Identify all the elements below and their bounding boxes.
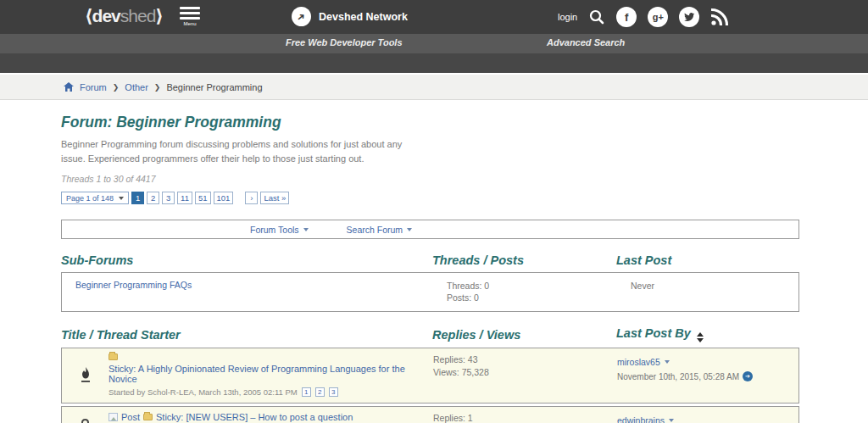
thread-range-label: Threads 1 to 30 of 4417 xyxy=(61,174,799,184)
subforum-posts-count: Posts: 0 xyxy=(447,292,631,303)
logo-open: ⟨dev xyxy=(85,6,120,25)
forum-tools-menu[interactable]: Forum Tools xyxy=(250,225,309,235)
forum-tools-label: Forum Tools xyxy=(250,225,299,235)
thread-page-button[interactable]: 1 xyxy=(302,387,311,397)
chevron-right-icon: ❯ xyxy=(113,83,120,92)
last-poster-name: miroslav65 xyxy=(617,357,660,367)
thread-title-text: Sticky: [NEW USERS] – How to post a ques… xyxy=(156,412,353,422)
last-post-by-label: Last Post By xyxy=(616,326,691,340)
subforums-header-row: Sub-Forums Threads / Posts Last Post xyxy=(61,253,799,267)
thread-last-post: miroslav65 November 10th, 2015, 05:28 AM… xyxy=(617,353,798,397)
hamburger-bar xyxy=(180,7,200,9)
page-button-3[interactable]: 3 xyxy=(162,192,175,204)
broken-image-icon xyxy=(108,413,118,421)
forum-description: Beginner Programming forum discussing pr… xyxy=(61,137,426,165)
title-thread-starter-heading: Title / Thread Starter xyxy=(61,328,432,342)
hamburger-bar xyxy=(180,17,200,19)
subforums-heading: Sub-Forums xyxy=(61,253,432,267)
rss-icon[interactable] xyxy=(710,8,729,26)
page-button-101[interactable]: 101 xyxy=(214,192,234,204)
facebook-icon[interactable]: f xyxy=(616,7,637,27)
replies-count: Replies: 43 xyxy=(433,353,617,366)
attachment-alt-text: Post xyxy=(121,412,140,422)
caret-down-icon xyxy=(665,360,670,364)
search-icon[interactable] xyxy=(588,8,605,25)
thread-row: Post Sticky: [NEW USERS] – How to post a… xyxy=(61,406,799,423)
search-forum-menu[interactable]: Search Forum xyxy=(347,225,413,235)
page-button-1[interactable]: 1 xyxy=(131,192,144,204)
menu-label: Menu xyxy=(180,21,200,26)
thread-page-button[interactable]: 3 xyxy=(329,387,338,397)
last-poster-link[interactable]: miroslav65 xyxy=(617,357,670,367)
googleplus-icon[interactable]: g+ xyxy=(648,7,668,27)
subforum-row: Beginner Programming FAQs Threads: 0 Pos… xyxy=(61,272,799,312)
started-by-text: Started by Schol-R-LEA, March 13th, 2005… xyxy=(108,387,298,397)
folder-icon xyxy=(143,414,153,420)
last-page-button[interactable]: Last » xyxy=(260,192,289,204)
page-button-11[interactable]: 11 xyxy=(177,192,192,204)
next-page-button[interactable]: › xyxy=(245,192,258,204)
chevron-right-icon: ❯ xyxy=(154,83,161,92)
devshed-logo[interactable]: ⟨devshed⟩ xyxy=(85,6,163,26)
folder-icon xyxy=(108,353,118,360)
caret-down-icon xyxy=(303,228,309,231)
breadcrumb-forum-link[interactable]: Forum xyxy=(80,82,107,92)
subforum-threads-count: Threads: 0 xyxy=(447,280,631,292)
secondary-nav: Free Web Developer Tools Advanced Search xyxy=(0,34,868,53)
breadcrumb: Forum ❯ Other ❯ Beginner Programming xyxy=(0,75,868,100)
advanced-search-link[interactable]: Advanced Search xyxy=(547,37,625,47)
last-poster-link[interactable]: edwinbrains xyxy=(617,415,674,423)
thread-title-link[interactable]: Sticky: A Highly Opinionated Review of P… xyxy=(108,353,433,384)
thread-last-post: edwinbrains May 26th, 2004, 03:10 PM ➔ xyxy=(617,412,798,423)
thread-title-text: Sticky: A Highly Opinionated Review of P… xyxy=(108,364,433,384)
last-post-by-heading: Last Post By xyxy=(616,326,799,342)
free-tools-link[interactable]: Free Web Developer Tools xyxy=(286,37,403,47)
network-arrow-icon: ➜ xyxy=(292,7,311,26)
logo-close: ⟩ xyxy=(155,6,163,25)
last-poster-name: edwinbrains xyxy=(617,415,665,423)
thread-byline: Started by Schol-R-LEA, March 13th, 2005… xyxy=(108,387,433,397)
last-post-heading: Last Post xyxy=(616,253,799,267)
thread-row: Sticky: A Highly Opinionated Review of P… xyxy=(61,348,799,404)
page-select-dropdown[interactable]: Page 1 of 148 xyxy=(61,192,129,204)
thread-page-button[interactable]: 2 xyxy=(315,387,325,397)
thread-stats: Replies: 1 Views: 63,101 xyxy=(433,412,617,423)
breadcrumb-current: Beginner Programming xyxy=(166,82,262,92)
caret-down-icon xyxy=(407,228,412,231)
login-link[interactable]: login xyxy=(558,12,577,22)
views-count: Views: 75,328 xyxy=(433,366,617,379)
hamburger-bar xyxy=(180,12,200,14)
breadcrumb-other-link[interactable]: Other xyxy=(125,82,148,92)
subforum-last-post: Never xyxy=(631,280,798,311)
thread-stats: Replies: 43 Views: 75,328 xyxy=(433,353,617,397)
lock-icon xyxy=(62,412,108,423)
caret-down-icon xyxy=(119,197,124,200)
header-spacer-strip xyxy=(0,53,868,75)
logo-shed: shed xyxy=(120,6,156,25)
go-to-last-post-icon[interactable]: ➔ xyxy=(743,371,753,381)
page-title: Forum: Beginner Programming xyxy=(61,114,799,131)
threads-posts-heading: Threads / Posts xyxy=(432,253,616,267)
network-label: Devshed Network xyxy=(319,11,408,23)
top-header: ⟨devshed⟩ Menu ➜ Devshed Network login f… xyxy=(0,0,868,34)
devshed-network-link[interactable]: ➜ Devshed Network xyxy=(292,7,408,26)
search-forum-label: Search Forum xyxy=(347,225,403,235)
forum-toolbar: Forum Tools Search Forum xyxy=(61,220,799,239)
threads-header-row: Title / Thread Starter Replies / Views L… xyxy=(61,326,799,342)
home-icon[interactable] xyxy=(64,82,74,92)
caret-down-icon xyxy=(669,419,674,422)
replies-count: Replies: 1 xyxy=(433,412,617,423)
thread-title-link[interactable]: Post Sticky: [NEW USERS] – How to post a… xyxy=(108,412,433,422)
replies-views-heading: Replies / Views xyxy=(432,328,616,342)
subforum-link[interactable]: Beginner Programming FAQs xyxy=(75,280,447,311)
page-button-51[interactable]: 51 xyxy=(195,192,211,204)
pagination: Page 1 of 148 1 2 3 11 51 101 › Last » xyxy=(61,192,799,204)
hamburger-menu-icon[interactable]: Menu xyxy=(180,7,200,26)
subforum-stats: Threads: 0 Posts: 0 xyxy=(447,280,631,311)
page-button-2[interactable]: 2 xyxy=(147,192,159,204)
page-select-value: Page 1 of 148 xyxy=(66,194,114,203)
flame-icon xyxy=(62,353,108,397)
last-post-date: November 10th, 2015, 05:28 AM xyxy=(617,372,739,381)
sort-icon[interactable] xyxy=(697,332,704,342)
twitter-icon[interactable] xyxy=(679,7,699,27)
